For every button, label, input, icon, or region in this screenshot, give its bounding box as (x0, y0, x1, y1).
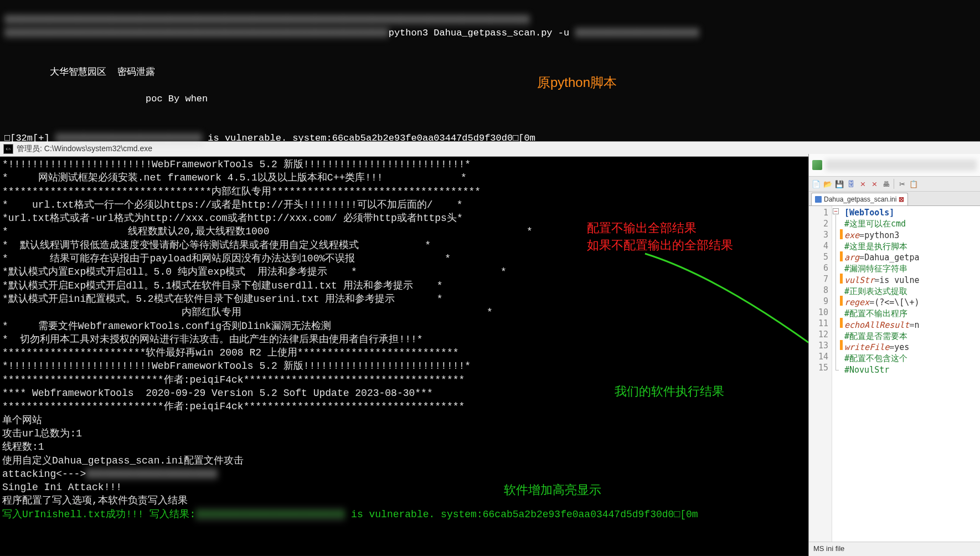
cmd-icon (3, 144, 13, 154)
editor-statusbar: MS ini file (809, 542, 980, 556)
editor-app-icon (812, 160, 822, 170)
config-red-line1: 配置不输出全部结果 (587, 220, 733, 237)
editor-panel: 📄 📂 💾 🗄 ⨯ ⨯ 🖶 ✂ 📋 Dahua_getpass_scan.ini… (808, 154, 980, 556)
editor-tab-active[interactable]: Dahua_getpass_scan.ini ⊠ (811, 193, 908, 205)
blurred-path (826, 159, 977, 171)
fold-column: − (832, 206, 840, 542)
annotation-our-result: 我们的软件执行结果 (615, 383, 724, 400)
tab-filename: Dahua_getpass_scan.ini (824, 195, 896, 203)
fold-end (835, 370, 839, 370)
blurred-url: XXXXXXXXXXXXXXXXXXXXXX (575, 27, 699, 40)
fold-collapse-icon[interactable]: − (833, 208, 839, 214)
editor-code-area[interactable]: 123456789101112131415 − [WebTools] #这里可以… (809, 206, 980, 542)
close-file-icon[interactable]: ⨯ (858, 179, 868, 189)
banner-line-1: 大华智慧园区 密码泄露 (4, 67, 155, 78)
top-python-terminal: XXXXXXXXXXXXXXXXXXXXXXXXXXXXXXXXXXXXXXXX… (0, 0, 980, 141)
new-file-icon[interactable]: 📄 (811, 179, 821, 189)
code-content[interactable]: [WebTools] #这里可以在cmd exe=python3 #这里是执行脚… (843, 206, 919, 542)
vuln-suffix: is vulnerable. system:66cab5a2b2e93fe0aa… (202, 133, 535, 143)
annotation-original-python: 原python脚本 (537, 74, 617, 91)
toolbar-separator (894, 179, 894, 189)
editor-tabs: Dahua_getpass_scan.ini ⊠ (809, 192, 980, 206)
config-red-line2: 如果不配置输出的全部结果 (587, 237, 733, 254)
fold-line (835, 215, 836, 370)
python-command: python3 Dahua_getpass_scan.py -u (389, 28, 569, 38)
status-filetype: MS ini file (813, 544, 844, 553)
banner-line-2: poc By when (4, 94, 208, 104)
modified-marks (840, 206, 843, 542)
line-gutter: 123456789101112131415 (809, 206, 832, 542)
save-all-icon[interactable]: 🗄 (846, 179, 856, 189)
blurred-target: XXXXXXXXXXXXXXXXXXXXXXXXXX (55, 132, 202, 145)
cut-icon[interactable]: ✂ (897, 179, 907, 189)
tab-close-icon[interactable]: ⊠ (899, 195, 904, 203)
vuln-prefix: □[32m[+] (4, 133, 50, 143)
blurred-text: XXXXXXXXXXXXXXXXXXXXXXXXXXXXXXXXXXXXXXXX… (4, 27, 389, 40)
blurred-text: XXXXXXXXXXXXXXXXXXXXXXXXXXXXXXXXXXXXXXXX… (4, 13, 530, 27)
copy-icon[interactable]: 📋 (909, 179, 919, 189)
file-icon (815, 196, 822, 203)
annotation-config-red: 配置不输出全部结果 如果不配置输出的全部结果 (587, 220, 733, 254)
save-icon[interactable]: 💾 (834, 179, 844, 189)
annotation-highlight: 软件增加高亮显示 (504, 482, 601, 498)
editor-toolbar: 📄 📂 💾 🗄 ⨯ ⨯ 🖶 ✂ 📋 (809, 176, 980, 192)
print-icon[interactable]: 🖶 (881, 179, 891, 189)
close-all-icon[interactable]: ⨯ (869, 179, 879, 189)
cmd-title: 管理员: C:\Windows\system32\cmd.exe (17, 144, 152, 154)
open-file-icon[interactable]: 📂 (823, 179, 833, 189)
editor-titlebar[interactable] (809, 154, 980, 176)
